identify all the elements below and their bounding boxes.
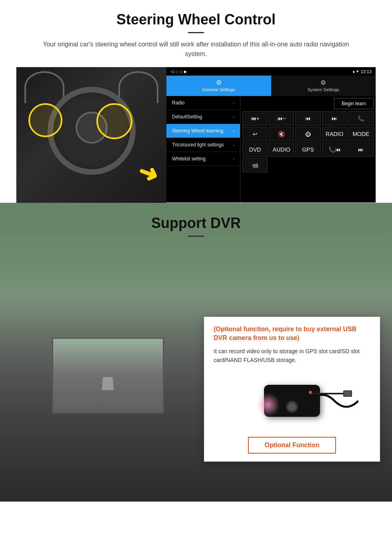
gear-icon-general: ⚙ xyxy=(216,79,222,86)
steering-ui-container: ➜ ◁ ○ □ ■ ♦ ▾ 13:13 ⚙ xyxy=(16,67,376,203)
dvd-label: DVD xyxy=(249,146,261,153)
camera-glow xyxy=(256,393,280,417)
android-menu: Radio › DefaultSetting › Steering Wheel … xyxy=(166,96,376,202)
tab-system-settings[interactable]: ⚙ System Settings xyxy=(271,76,376,96)
menu-tricoloured-label: Tricoloured light settings xyxy=(172,142,224,148)
menu-default-label: DefaultSetting xyxy=(172,114,202,120)
recents-icon: □ xyxy=(180,69,182,74)
chevron-icon-4: › xyxy=(233,143,234,147)
ctrl-prev[interactable]: ⏮ xyxy=(295,111,320,126)
ctrl-power[interactable]: ⏻ xyxy=(295,127,320,141)
menu-radio-label: Radio xyxy=(172,100,184,106)
control-buttons-grid: ⏮+ ⏮− ⏮ ⏭ 📞 ↩ 🔇 ⏻ RADIO MODE DVD AUDIO xyxy=(242,111,374,172)
highlight-circle-right xyxy=(96,103,132,139)
cable-svg xyxy=(310,385,358,417)
ctrl-next[interactable]: ⏭ xyxy=(322,111,347,126)
ctrl-mute[interactable]: 🔇 xyxy=(269,127,294,141)
dvr-description: It can record video only to storage in G… xyxy=(214,347,370,365)
dvr-preview-image xyxy=(52,338,164,414)
steering-subtitle: Your original car's steering wheel contr… xyxy=(32,40,360,59)
dvr-title: Support DVR xyxy=(0,215,392,232)
tel-next-icon: ⏭ xyxy=(358,146,364,153)
yellow-arrow: ➜ xyxy=(134,157,163,190)
mode-label: MODE xyxy=(352,131,369,137)
title-divider xyxy=(188,32,204,33)
ctrl-radio[interactable]: RADIO xyxy=(322,127,347,141)
mute-icon: 🔇 xyxy=(278,131,285,137)
gear-icon-system: ⚙ xyxy=(320,79,326,86)
ctrl-phone[interactable]: 📞 xyxy=(348,111,374,126)
camera-lens xyxy=(286,401,298,413)
android-status-bar: ◁ ○ □ ■ ♦ ▾ 13:13 xyxy=(166,67,376,76)
menu-right: Begin learn ⏮+ ⏮− ⏮ ⏭ 📞 ↩ 🔇 ⏻ RADIO xyxy=(240,96,376,202)
ctrl-dvr[interactable]: 📹 xyxy=(242,158,268,172)
dvr-optional-text: (Optional function, require to buy exter… xyxy=(214,325,370,343)
ctrl-back[interactable]: ↩ xyxy=(242,127,268,141)
ctrl-dvd[interactable]: DVD xyxy=(242,142,268,157)
home-icon: ○ xyxy=(175,69,178,74)
menu-left: Radio › DefaultSetting › Steering Wheel … xyxy=(166,96,240,202)
gps-label: GPS xyxy=(302,146,314,153)
optional-function-button[interactable]: Optional Function xyxy=(248,437,336,454)
ctrl-vol-minus[interactable]: ⏮− xyxy=(269,111,294,126)
tab-general-label: General Settings xyxy=(202,87,235,92)
optional-function-btn-container: Optional Function xyxy=(214,437,370,454)
ctrl-gps[interactable]: GPS xyxy=(295,142,320,157)
phone-icon: 📞 xyxy=(358,115,364,122)
ctrl-audio[interactable]: AUDIO xyxy=(269,142,294,157)
wifi-icon: ▾ xyxy=(356,69,359,74)
chevron-icon-2: › xyxy=(233,115,234,119)
ctrl-tel-prev[interactable]: 📞⏮ xyxy=(322,142,347,157)
back-call-icon: ↩ xyxy=(253,131,258,137)
dvr-camera-image xyxy=(214,373,370,429)
vol-plus-icon: ⏮+ xyxy=(251,115,260,122)
tab-general-settings[interactable]: ⚙ General Settings xyxy=(166,76,271,96)
location-icon: ♦ xyxy=(353,69,355,74)
preview-road xyxy=(53,339,163,412)
highlight-circle-left xyxy=(28,103,62,137)
ctrl-mode[interactable]: MODE xyxy=(348,127,374,141)
chevron-icon-5: › xyxy=(233,157,234,161)
dvr-icon: 📹 xyxy=(252,162,258,168)
gauge-right xyxy=(118,71,158,103)
status-icons-left: ◁ ○ □ ■ xyxy=(170,69,186,74)
menu-item-radio[interactable]: Radio › xyxy=(166,96,240,110)
menu-whitelist-label: Whitelist setting xyxy=(172,156,206,162)
gauge-left xyxy=(24,71,64,103)
dvr-content: Support DVR (Optional function, require … xyxy=(0,203,392,462)
menu-item-steering-wheel-learning[interactable]: Steering Wheel learning › xyxy=(166,124,240,138)
steering-title: Steering Wheel Control xyxy=(16,11,376,28)
menu-item-whitelist[interactable]: Whitelist setting › xyxy=(166,152,240,166)
begin-learn-button[interactable]: Begin learn xyxy=(334,98,374,109)
vol-minus-icon: ⏮− xyxy=(277,115,286,122)
menu-item-tricoloured[interactable]: Tricoloured light settings › xyxy=(166,138,240,152)
prev-icon: ⏮ xyxy=(305,115,311,122)
ctrl-vol-plus[interactable]: ⏮+ xyxy=(242,111,268,126)
dvr-divider xyxy=(188,236,204,237)
audio-label: AUDIO xyxy=(273,146,290,153)
status-icons-right: ♦ ▾ 13:13 xyxy=(353,69,372,74)
begin-learn-row: Begin learn xyxy=(242,98,374,109)
android-ui: ◁ ○ □ ■ ♦ ▾ 13:13 ⚙ General Settings xyxy=(166,67,376,202)
steering-photo: ➜ xyxy=(16,67,166,203)
radio-label: RADIO xyxy=(326,131,343,137)
dvr-section: Support DVR (Optional function, require … xyxy=(0,203,392,502)
clock: 13:13 xyxy=(360,69,372,74)
android-tabs: ⚙ General Settings ⚙ System Settings xyxy=(166,76,376,96)
chevron-icon-3: › xyxy=(233,129,234,133)
menu-icon: ■ xyxy=(184,69,186,74)
chevron-icon: › xyxy=(233,101,234,105)
steering-section: Steering Wheel Control Your original car… xyxy=(0,0,392,203)
next-icon: ⏭ xyxy=(332,115,337,122)
power-icon: ⏻ xyxy=(305,131,311,137)
dvr-info-card: (Optional function, require to buy exter… xyxy=(204,317,380,462)
back-icon: ◁ xyxy=(170,69,174,74)
tel-prev-icon: 📞⏮ xyxy=(328,146,341,153)
menu-steering-label: Steering Wheel learning xyxy=(172,128,223,134)
menu-item-default-setting[interactable]: DefaultSetting › xyxy=(166,110,240,124)
tab-system-label: System Settings xyxy=(308,87,339,92)
ctrl-tel-next[interactable]: ⏭ xyxy=(348,142,374,157)
